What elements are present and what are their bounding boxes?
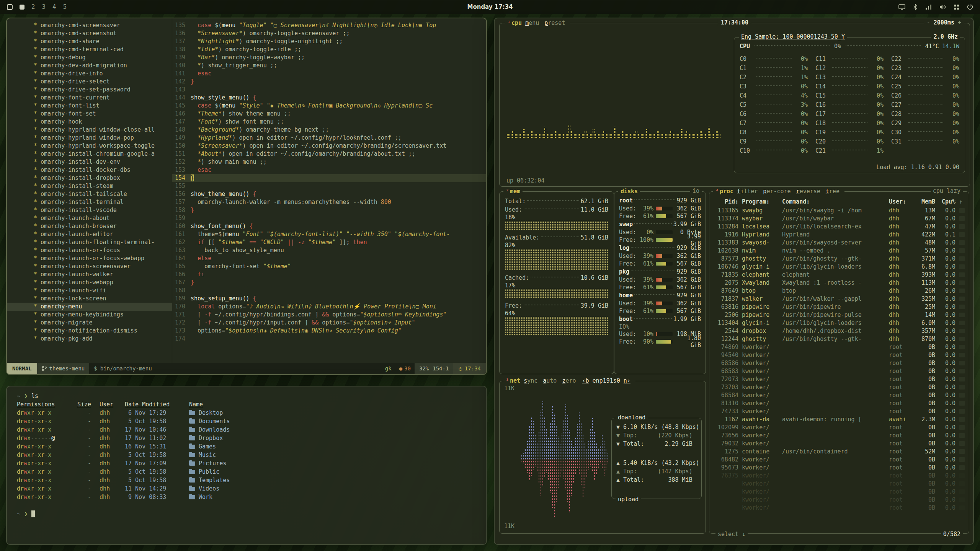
file-item[interactable]: *omarchy-launch-editor (34, 230, 172, 238)
workspace-2[interactable]: 2 (31, 3, 35, 10)
file-item[interactable]: *omarchy-hyprland-window-close-all (34, 126, 172, 134)
proc-row[interactable]: 74733kworker/root0B0.0 (714, 407, 965, 415)
code-line[interactable]: 141 esac (172, 70, 486, 78)
btop-window[interactable]: ¹ cpu menupreset 17:34:00 - 2000ms + up … (494, 18, 974, 545)
proc-row[interactable]: 81310kworker/root0B0.0 (714, 399, 965, 407)
power-icon[interactable] (967, 4, 973, 10)
file-item[interactable]: *omarchy-launch-wifi (34, 287, 172, 295)
proc-row[interactable]: 68586kworker/root0B0.0 (714, 359, 965, 367)
terminal-window[interactable]: ~ ❯ ls Permissions Size User Date Modifi… (6, 386, 487, 545)
proc-row[interactable]: 63816pipewire/usr/bin/pipewiredhh25M0.0 (714, 303, 965, 311)
code-line[interactable]: 174 (172, 335, 486, 343)
file-item[interactable]: *omarchy-lock-screen (34, 295, 172, 303)
proc-row[interactable]: 73703kworker/root0B0.0 (714, 383, 965, 391)
code-line[interactable]: 157 omarchy-launch-walker -m menus:omarc… (172, 198, 486, 206)
file-item[interactable]: *omarchy-install-terminal (34, 198, 172, 206)
file-item[interactable]: *omarchy-launch-about (34, 214, 172, 222)
code-line[interactable]: 137 *Nightlight*) omarchy-toggle-nightli… (172, 37, 486, 46)
header-pid[interactable]: Pid: (714, 198, 738, 205)
dir-name[interactable]: Pictures (189, 459, 226, 468)
code-line[interactable]: 167} (172, 279, 486, 287)
proc-row[interactable]: 1916HyprlandHyprlanddhh422M0.1 (714, 230, 965, 238)
proc-per-core-button[interactable]: per-core (760, 187, 793, 195)
proc-row[interactable]: 68482kworker/root0B0.0 (714, 455, 965, 463)
proc-row[interactable]: 87649btopbtopdhh26M0.0 (714, 287, 965, 295)
proc-row[interactable]: 74869kworker/root0B0.0 (714, 343, 965, 351)
proc-panel-title[interactable]: ⁴ proc filterper-corereversetree (713, 187, 844, 195)
git-branch[interactable]: themes-menu (37, 363, 90, 374)
code-line[interactable]: 150 *Screensaver*) open_in_editor ~/.con… (172, 142, 486, 150)
network-signal-icon[interactable] (925, 4, 932, 10)
proc-row[interactable]: kworker/root0B0.0 (714, 504, 965, 512)
file-item[interactable]: *omarchy-install-vscode (34, 206, 172, 214)
file-item[interactable]: *omarchy-drive-info (34, 70, 172, 78)
file-item[interactable]: *omarchy-install-tailscale (34, 190, 172, 198)
cpu-menu-button[interactable]: menu (523, 19, 542, 27)
proc-sort-mode[interactable]: cpu lazy (931, 187, 963, 194)
file-item[interactable]: *omarchy-install-docker-dbs (34, 166, 172, 174)
code-line[interactable]: 173 options="$options\n✚ Defaults\n◉ DNS… (172, 327, 486, 335)
code-line[interactable]: 161 theme=$(menu "Font" "$(omarchy-font-… (172, 230, 486, 238)
net-zero-button[interactable]: zero (559, 377, 578, 385)
net-auto-button[interactable]: auto (540, 377, 559, 385)
dir-name[interactable]: Public (189, 468, 219, 476)
code-line[interactable]: 158} (172, 206, 486, 214)
file-item[interactable]: *omarchy-launch-or-focus (34, 246, 172, 254)
dir-name[interactable]: Downloads (189, 425, 230, 434)
bluetooth-icon[interactable] (913, 4, 918, 10)
code-line[interactable]: 172 [ -f ~/.config/hypr/input.conf ] && … (172, 319, 486, 327)
proc-row[interactable]: kworker/root0B0.0 (714, 487, 965, 496)
apps-grid-icon[interactable] (954, 4, 959, 10)
proc-row[interactable]: 113404glycin-i/usr/lib/glycin-loadersdhh… (714, 319, 965, 327)
proc-row[interactable]: 94540kworker/root0B0.0 (714, 351, 965, 359)
code-line[interactable]: 148 *Background*) omarchy-theme-bg-next … (172, 126, 486, 134)
code-line[interactable]: 159 (172, 214, 486, 222)
code-line[interactable]: 165 omarchy-font-set "$theme" (172, 262, 486, 271)
workspace-4[interactable]: 4 (52, 3, 56, 10)
command-line-current[interactable]: ~ ❯ (17, 510, 482, 518)
code-line[interactable]: 140 *) show_trigger_menu ;; (172, 62, 486, 70)
proc-row[interactable]: kworker/root0B0.0 (714, 479, 965, 487)
workspace-5[interactable]: 5 (63, 3, 67, 10)
file-item[interactable]: *omarchy-launch-or-focus-webapp (34, 254, 172, 262)
cpu-panel-title[interactable]: ¹ cpu menupreset (505, 19, 570, 27)
screencast-icon[interactable] (898, 4, 905, 10)
code-line[interactable]: 169show_setup_menu() { (172, 295, 486, 303)
volume-icon[interactable] (939, 4, 946, 10)
code-editor[interactable]: 135 case $(menu "Toggle" "▢ Screensaver\… (172, 18, 486, 363)
file-item[interactable]: *omarchy-menu-keybindings (34, 311, 172, 319)
code-line[interactable]: 160show_font_menu() { (172, 222, 486, 230)
dir-name[interactable]: Desktop (189, 409, 223, 417)
code-line[interactable]: 151 *About*) open_in_editor ~/.config/om… (172, 150, 486, 158)
file-item[interactable]: *omarchy-pkg-add (34, 335, 172, 343)
header-user[interactable]: User: (889, 198, 909, 205)
file-item[interactable]: *omarchy-cmd-screensaver (34, 21, 172, 29)
proc-row[interactable]: 68583kworker/root0B0.0 (714, 367, 965, 375)
proc-row[interactable]: 76375kworker/root0B0.0 (714, 471, 965, 479)
file-item[interactable]: *omarchy-install-steam (34, 182, 172, 190)
file-item[interactable]: *omarchy-launch-webapp (34, 279, 172, 287)
code-line[interactable]: 153 esac (172, 166, 486, 174)
code-line[interactable]: 164 else (172, 254, 486, 262)
file-item[interactable]: *omarchy-migrate (34, 319, 172, 327)
file-item[interactable]: *omarchy-launch-floating-terminal- (34, 238, 172, 246)
file-item[interactable]: *omarchy-install-dev-env (34, 158, 172, 166)
proc-row[interactable]: 87573ghostty/usr/bin/ghostty --gtk-dhh37… (714, 254, 965, 262)
dir-name[interactable]: Documents (189, 417, 230, 425)
proc-row[interactable]: 95673kworker/root0B0.0 (714, 463, 965, 471)
code-line[interactable]: 136 *Screensaver*) omarchy-toggle-screen… (172, 29, 486, 37)
code-line[interactable]: 162 if [[ "$theme" == "CNCLD" || -z "$th… (172, 238, 486, 246)
header-cpu[interactable]: Cpu% (939, 198, 956, 205)
code-line[interactable]: 155 (172, 182, 486, 190)
code-line[interactable]: 135 case $(menu "Toggle" "▢ Screensaver\… (172, 21, 486, 29)
file-item[interactable]: *omarchy-hyprland-window-pop (34, 134, 172, 142)
code-line[interactable]: 154} (172, 174, 486, 182)
file-item[interactable]: *omarchy-drive-select (34, 78, 172, 86)
code-line[interactable]: 146 *Theme*) show_theme_menu ;; (172, 110, 486, 118)
proc-row[interactable]: 102638nvimnvim --embed .dhh57M0.0 (714, 246, 965, 254)
code-line[interactable]: 170 local options="♪ Audio\n≈ Wifi\nᛒ Bl… (172, 303, 486, 311)
workspace-3[interactable]: 3 (42, 3, 46, 10)
proc-row[interactable]: 102099kworker/root0B0.0 (714, 423, 965, 431)
proc-row[interactable]: kworker/root0B0.0 (714, 496, 965, 504)
proc-tree-button[interactable]: tree (823, 187, 842, 195)
